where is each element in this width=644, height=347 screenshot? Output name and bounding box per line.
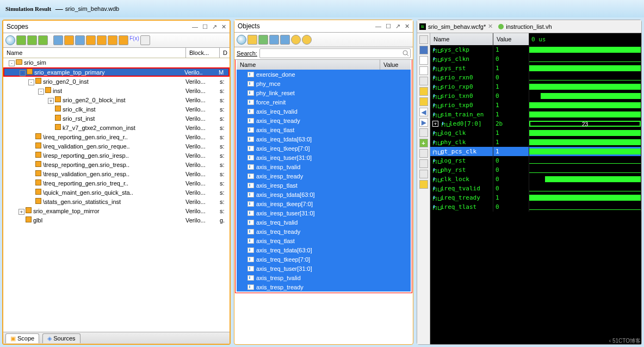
scope-row[interactable]: +srio_gen2_0_block_instVerilo...s:: [3, 95, 230, 104]
expand-icon[interactable]: -: [28, 79, 34, 85]
expand-icon[interactable]: -: [20, 70, 26, 76]
wave-signal-name[interactable]: ⊓⊔sys_rst: [430, 64, 493, 73]
obj-minimize-icon[interactable]: —: [375, 23, 381, 30]
wave-tab-instr[interactable]: instruction_list.vh: [498, 23, 552, 30]
scope-row[interactable]: \treq_reporting_gen.srio_treq_r..Verilo.…: [3, 178, 230, 188]
object-row[interactable]: axis_iresp_tkeep[7:0]: [237, 199, 411, 208]
object-row[interactable]: axis_ireq_tuser[31:0]: [237, 153, 411, 162]
wave-tab-wcfg[interactable]: ≋ srio_sim_behav.wcfg* ✕: [419, 23, 493, 30]
object-row[interactable]: axis_ireq_tdata[63:0]: [237, 134, 411, 144]
object-row[interactable]: axis_ireq_tkeep[7:0]: [237, 144, 411, 153]
obj-filter6-icon[interactable]: [302, 35, 312, 45]
obj-restore-icon[interactable]: ☐: [386, 23, 391, 30]
wave-signal-name[interactable]: ⊓⊔log_rst: [430, 156, 493, 165]
scope-row[interactable]: -srio_example_top_primaryVerilo..M: [3, 67, 230, 77]
wave-signal-name[interactable]: ⊓⊔sys_clkp: [430, 45, 493, 54]
tool-filter-icon[interactable]: [16, 35, 26, 45]
wave-signal-plot[interactable]: [529, 138, 641, 147]
scope-row[interactable]: \quick_maint_gen.srio_quick_sta..Verilo.…: [3, 188, 230, 197]
close-icon[interactable]: ✕: [221, 23, 226, 30]
wave-signal-name[interactable]: ⊓⊔sys_clkn: [430, 54, 493, 64]
wave-tool-divider[interactable]: [419, 170, 428, 178]
tool-instance-icon[interactable]: [75, 35, 85, 45]
obj-filter1-icon[interactable]: [247, 35, 257, 45]
wave-signal-name[interactable]: ⊓⊔phy_rst: [430, 165, 493, 175]
obj-popout-icon[interactable]: ↗: [395, 23, 400, 30]
objects-col-name[interactable]: Name: [237, 60, 380, 70]
tool-process-icon[interactable]: [86, 35, 96, 45]
fx-icon[interactable]: F(x): [129, 35, 139, 45]
objects-col-value[interactable]: Value: [380, 60, 411, 70]
expand-icon[interactable]: -: [38, 89, 44, 95]
wave-tool-next[interactable]: ▶: [419, 118, 428, 127]
wave-signal-plot[interactable]: [529, 147, 641, 156]
wave-tool-marker[interactable]: [419, 128, 428, 137]
minimize-icon[interactable]: —: [192, 23, 198, 30]
tool-group-icon[interactable]: [27, 35, 37, 45]
wave-values-list[interactable]: 101010112b111000010: [493, 45, 529, 212]
wave-tool-cursor[interactable]: [419, 180, 428, 189]
objects-list[interactable]: exercise_donephy_mcephy_link_resetforce_…: [237, 70, 411, 292]
popout-icon[interactable]: ↗: [212, 23, 217, 30]
scope-row[interactable]: \iresp_reporting_gen.srio_iresp..Verilo.…: [3, 151, 230, 160]
object-row[interactable]: axis_iresp_tlast: [237, 181, 411, 190]
wave-tool-zoomout[interactable]: [419, 66, 428, 75]
wave-signal-plot[interactable]: 23: [529, 119, 641, 128]
scope-row[interactable]: srio_clk_instVerilo...s:: [3, 104, 230, 114]
wave-signal-plot[interactable]: [529, 175, 641, 184]
scopes-col-name[interactable]: Name: [3, 48, 186, 58]
object-row[interactable]: axis_iresp_tuser[31:0]: [237, 208, 411, 218]
object-row[interactable]: axis_ireq_tvalid: [237, 107, 411, 116]
wave-signal-plot[interactable]: [529, 165, 641, 175]
wave-signal-name[interactable]: ⊓⊔clk_lock: [430, 175, 493, 184]
object-row[interactable]: axis_treq_tready: [237, 227, 411, 236]
obj-filter5-icon[interactable]: [291, 35, 301, 45]
scope-row[interactable]: \ireq_validation_gen.srio_reque..Verilo.…: [3, 141, 230, 151]
scope-row[interactable]: -instVerilo...s:: [3, 86, 230, 95]
obj-filter3-icon[interactable]: [269, 35, 279, 45]
expand-icon[interactable]: +: [48, 98, 54, 104]
object-row[interactable]: axis_tresp_tready: [237, 282, 411, 292]
object-row[interactable]: axis_treq_tuser[31:0]: [237, 264, 411, 273]
object-row[interactable]: axis_iresp_tready: [237, 171, 411, 181]
scope-row[interactable]: glblVerilo...g.: [3, 215, 230, 225]
wave-signal-plot[interactable]: [529, 128, 641, 138]
wave-signal-plot[interactable]: [529, 156, 641, 165]
tool-collapse-icon[interactable]: [38, 35, 48, 45]
restore-icon[interactable]: ☐: [202, 23, 208, 30]
wave-tool-end[interactable]: [419, 97, 428, 106]
tool-interface-icon[interactable]: [108, 35, 117, 45]
tool-misc-icon[interactable]: [140, 35, 150, 45]
wave-signal-name[interactable]: ⊓⊔srio_rxp0: [430, 82, 493, 91]
wave-names-list[interactable]: ⊓⊔sys_clkp⊓⊔sys_clkn⊓⊔sys_rst⊓⊔srio_rxn0…: [430, 45, 493, 212]
obj-filter4-icon[interactable]: [280, 35, 290, 45]
scope-row[interactable]: \ireq_reporting_gen.srio_ireq_r..Verilo.…: [3, 132, 230, 141]
object-row[interactable]: axis_ireq_tlast: [237, 125, 411, 134]
tab-scope[interactable]: ▣Scope: [5, 333, 39, 343]
wave-tool-1[interactable]: [419, 35, 428, 44]
wave-signal-name[interactable]: ⊓⊔phy_clk: [430, 138, 493, 147]
search-icon[interactable]: [5, 35, 15, 45]
expand-icon[interactable]: +: [18, 209, 24, 215]
wave-tool-prev[interactable]: ◀: [419, 108, 428, 116]
tool-module-icon[interactable]: [64, 35, 74, 45]
wave-signal-plot[interactable]: [529, 82, 641, 91]
object-row[interactable]: exercise_done: [237, 70, 411, 79]
wave-signal-name[interactable]: ⊓⊔ireq_tvalid: [430, 184, 493, 193]
object-row[interactable]: axis_ireq_tready: [237, 116, 411, 125]
wave-tool-group[interactable]: [419, 159, 428, 168]
expand-icon[interactable]: -: [9, 60, 15, 66]
scope-row[interactable]: srio_rst_instVerilo...s:: [3, 114, 230, 123]
wave-tool-del[interactable]: [419, 149, 428, 158]
scope-row[interactable]: \stats_gen.srio_statistics_instVerilo...…: [3, 197, 230, 206]
wave-signal-plot[interactable]: [529, 101, 641, 110]
object-row[interactable]: axis_iresp_tvalid: [237, 162, 411, 171]
wave-signal-name[interactable]: +⊓⊔led0[7:0]: [430, 119, 493, 128]
tool-block-icon[interactable]: [53, 35, 63, 45]
tool-protocol-icon[interactable]: [119, 35, 128, 45]
wave-signal-plot[interactable]: [529, 193, 641, 202]
wave-signal-name[interactable]: ⊓⊔log_clk: [430, 128, 493, 138]
wave-signal-name[interactable]: ⊓⊔ireq_tlast: [430, 202, 493, 212]
object-row[interactable]: phy_mce: [237, 79, 411, 88]
obj-search-icon[interactable]: [237, 35, 246, 45]
